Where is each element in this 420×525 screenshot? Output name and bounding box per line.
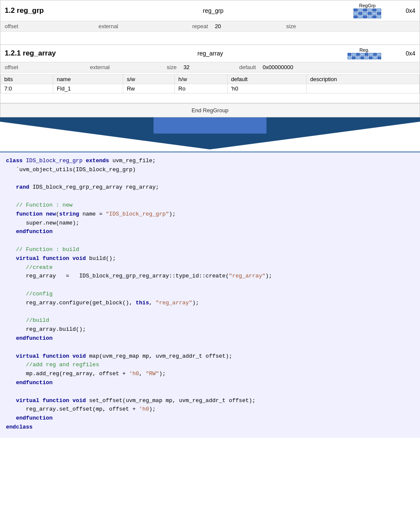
prop-repeat: repeat 20 [192, 23, 243, 29]
reg-grp-icon-label: RegGrp [359, 3, 376, 8]
code-token-str: "reg_array" [229, 273, 266, 279]
code-token-plain: super.new(name); [6, 220, 79, 226]
reg-grp-header: 1.2 reg_grp reg_grp RegGrp [0, 0, 420, 21]
prop-external: external [90, 64, 141, 70]
reg-grp-block: 1.2 reg_grp reg_grp RegGrp [0, 0, 420, 45]
col-description: description [307, 75, 420, 84]
reg-array-icon-label: Reg. [359, 47, 369, 52]
code-line: //config [6, 290, 414, 299]
code-token-kw: function [43, 255, 72, 262]
prop-offset: offset [5, 64, 56, 70]
reg-array-name: reg_array [81, 50, 339, 57]
fields-table: bits name s/w h/w default description 7:… [0, 74, 420, 93]
code-token-kw: this [136, 300, 149, 306]
code-token-plain: IDS_block_reg_grp_reg_array reg_array; [32, 184, 159, 190]
icon-cell [358, 9, 362, 12]
code-token-cm: //add reg and regfiles [6, 362, 99, 368]
icon-cell [368, 12, 372, 15]
icon-cell [377, 15, 381, 18]
icon-cell [358, 15, 362, 18]
icon-cell [356, 56, 360, 59]
code-token-str: 'h0 [129, 370, 139, 377]
icon-cell [373, 56, 377, 59]
code-token-kw: endfunction [6, 379, 52, 386]
code-line [6, 343, 414, 352]
code-container: class IDS_block_reg_grp extends uvm_reg_… [6, 157, 414, 432]
reg-grp-props: offset external repeat 20 size [0, 21, 420, 32]
prop-size: size [286, 23, 337, 29]
code-token-kw: endfunction [6, 335, 52, 341]
svg-rect-1 [154, 117, 266, 134]
code-token-str: "reg_array" [156, 300, 192, 306]
table-cell: 'h0 [227, 84, 307, 93]
code-token-plain: ); [266, 273, 272, 279]
code-token-kw: void [72, 255, 89, 262]
code-token-kw: function [6, 211, 46, 217]
reg-array-icon-grid [348, 53, 381, 59]
icon-cell [372, 12, 377, 15]
table-row: 7:0Fld_1RwRo'h0 [1, 84, 420, 93]
icon-cell [352, 56, 356, 59]
code-token-str: "RW" [146, 370, 159, 377]
code-line: //build [6, 316, 414, 325]
code-line: //add reg and regfiles [6, 361, 414, 370]
code-token-plain: ); [169, 211, 176, 217]
reg-grp-title: 1.2 reg_grp [5, 6, 73, 15]
table-cell: Fld_1 [53, 84, 123, 93]
code-token-plain: mp.add_reg(reg_array, offset + [6, 370, 129, 377]
reg-array-spacer [0, 95, 420, 103]
icon-cell [348, 56, 351, 59]
code-line: endfunction [6, 414, 414, 423]
reg-grp-content [0, 32, 420, 44]
col-hw: h/w [175, 75, 227, 84]
code-line: super.new(name); [6, 219, 414, 228]
icon-cell [369, 56, 373, 59]
code-token-str: 'h0 [139, 406, 149, 412]
code-token-plain: ( [56, 211, 59, 217]
code-line: reg_array.build(); [6, 325, 414, 334]
reg-grp-name: reg_grp [81, 7, 345, 14]
prop-default: default 0x00000000 [239, 64, 293, 70]
code-token-cm: //create [6, 264, 52, 271]
code-line: endfunction [6, 334, 414, 343]
icon-cell [365, 53, 368, 56]
reg-array-icon: Reg. [348, 47, 381, 59]
table-cell: Rw [123, 84, 175, 93]
reg-array-props: offset external size 32 default 0x000000… [0, 62, 420, 73]
icon-cell [369, 53, 373, 56]
prop-size: size 32 [167, 64, 218, 70]
code-line: reg_array.configure(get_block(), this, "… [6, 299, 414, 308]
code-token-kw: virtual [6, 397, 43, 404]
icon-cell [356, 53, 360, 56]
col-default: default [227, 75, 307, 84]
code-line [6, 175, 414, 184]
code-token-kw: function [43, 397, 72, 404]
code-token-plain: set_offset(uvm_reg_map mp, uvm_reg_addr_… [89, 397, 255, 404]
col-sw: s/w [123, 75, 175, 84]
code-token-kw: endclass [6, 424, 32, 430]
code-line: virtual function void set_offset(uvm_reg… [6, 397, 414, 405]
code-line [6, 281, 414, 290]
reg-array-header: 1.2.1 reg_array reg_array Reg. [0, 45, 420, 62]
code-token-cm: // Function : build [6, 246, 79, 253]
reg-array-title: 1.2.1 reg_array [5, 49, 73, 58]
code-line [6, 308, 414, 317]
table-cell: 7:0 [1, 84, 53, 93]
icon-cell [373, 53, 377, 56]
code-token-plain: , [149, 300, 156, 306]
code-token-cn: IDS_block_reg_grp [26, 158, 86, 164]
arrow-diagram [0, 117, 420, 152]
code-line: // Function : build [6, 245, 414, 254]
code-token-plain: reg_array.set_offset(mp, offset + [6, 406, 139, 412]
code-line: reg_array = IDS_block_reg_grp_reg_array:… [6, 272, 414, 281]
arrow-svg [0, 117, 420, 152]
code-line [6, 236, 414, 245]
end-reggroup-bar: End RegGroup [0, 103, 420, 117]
icon-cell [377, 56, 381, 59]
icon-cell [363, 9, 367, 12]
icon-cell [372, 15, 377, 18]
icon-cell [348, 53, 351, 56]
code-token-plain: , [139, 370, 146, 377]
fields-header-row: bits name s/w h/w default description [1, 75, 420, 84]
code-token-cm: //build [6, 317, 49, 324]
